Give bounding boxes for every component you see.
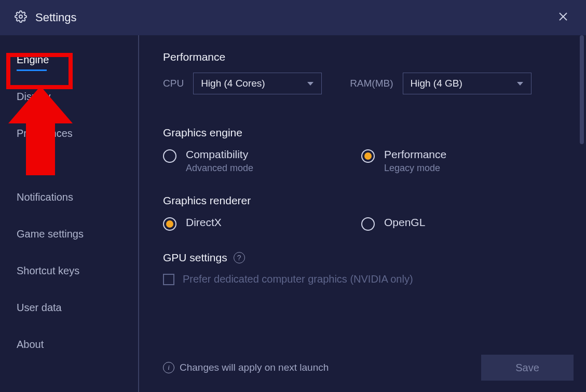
radio-icon (361, 217, 375, 231)
sidebar-item-label: Notifications (17, 191, 73, 203)
scrollbar[interactable] (580, 35, 584, 144)
cpu-select-value: High (4 Cores) (201, 78, 265, 89)
radio-label: OpenGL (384, 216, 425, 229)
section-title-gpu: GPU settings (163, 251, 227, 264)
help-icon[interactable]: ? (234, 252, 245, 263)
radio-icon (163, 217, 176, 231)
sidebar-item-notifications[interactable]: Notifications (0, 188, 138, 206)
radio-sublabel: Legacy mode (384, 163, 446, 174)
section-title-graphics-engine: Graphics engine (163, 127, 562, 139)
sidebar-item-label: Preferences (17, 128, 73, 139)
sidebar-item-label: User data (17, 302, 62, 313)
radio-label: Compatibility (186, 148, 253, 161)
ram-select[interactable]: High (4 GB) (403, 73, 532, 94)
cpu-label: CPU (163, 78, 184, 89)
radio-label: DirectX (186, 216, 222, 229)
settings-header: Settings (0, 0, 586, 35)
radio-label: Performance (384, 148, 446, 161)
radio-option-compatibility[interactable]: Compatibility Advanced mode (163, 148, 361, 174)
footer-note: i Changes will apply on next launch (163, 362, 329, 373)
radio-option-opengl[interactable]: OpenGL (361, 216, 560, 231)
sidebar-item-user-data[interactable]: User data (0, 299, 138, 317)
sidebar-item-label: Display (17, 91, 51, 102)
radio-icon (163, 149, 176, 163)
svg-point-0 (19, 15, 22, 18)
radio-sublabel: Advanced mode (186, 163, 253, 174)
chevron-down-icon (516, 78, 524, 89)
cpu-select[interactable]: High (4 Cores) (193, 73, 322, 94)
sidebar-item-about[interactable]: About (0, 335, 138, 354)
sidebar-item-display[interactable]: Display (0, 88, 138, 106)
sidebar-item-preferences[interactable]: Preferences (0, 124, 138, 143)
section-title-graphics-renderer: Graphics renderer (163, 194, 562, 207)
page-title: Settings (35, 11, 77, 24)
chevron-down-icon (307, 78, 314, 89)
sidebar: Engine Display Preferences Notifications… (0, 35, 139, 392)
footer-note-text: Changes will apply on next launch (180, 362, 329, 373)
ram-select-value: High (4 GB) (411, 78, 462, 89)
sidebar-item-engine[interactable]: Engine (0, 51, 138, 69)
info-icon: i (163, 362, 174, 373)
sidebar-item-label: About (17, 339, 44, 350)
close-icon (558, 11, 568, 22)
checkbox-label: Prefer dedicated computer graphics (NVID… (183, 273, 413, 285)
gpu-dedicated-checkbox-row[interactable]: Prefer dedicated computer graphics (NVID… (163, 273, 562, 285)
checkbox-icon (163, 274, 174, 285)
sidebar-item-unknown[interactable] (0, 161, 138, 167)
save-button-label: Save (515, 362, 539, 374)
settings-panel: Performance CPU High (4 Cores) RAM(MB) H… (139, 35, 586, 392)
sidebar-item-shortcut-keys[interactable]: Shortcut keys (0, 262, 138, 280)
radio-option-performance[interactable]: Performance Legacy mode (361, 148, 560, 174)
radio-option-directx[interactable]: DirectX (163, 216, 361, 231)
radio-icon (361, 149, 375, 163)
section-title-performance: Performance (163, 51, 562, 63)
sidebar-item-label: Engine (17, 54, 49, 65)
sidebar-item-label: Game settings (17, 228, 84, 240)
close-button[interactable] (555, 8, 571, 27)
ram-label: RAM(MB) (350, 78, 393, 89)
sidebar-item-label: Shortcut keys (17, 265, 79, 276)
sidebar-item-game-settings[interactable]: Game settings (0, 225, 138, 243)
save-button[interactable]: Save (481, 355, 574, 381)
gear-icon (15, 10, 27, 25)
